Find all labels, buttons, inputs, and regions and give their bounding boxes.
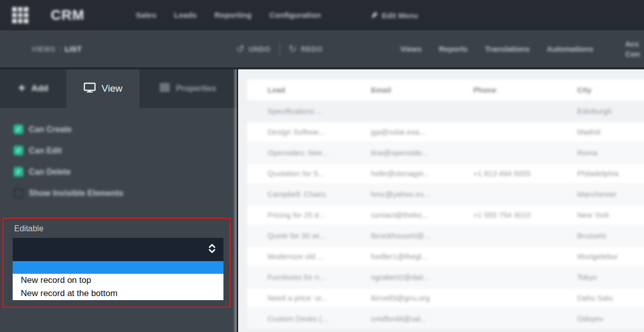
cell-phone[interactable] [453, 121, 557, 142]
tab-add[interactable]: + Add [0, 69, 66, 108]
cell-email[interactable]: tina@openside... [351, 142, 453, 163]
column-header-email[interactable]: Email [351, 79, 453, 101]
cell-phone[interactable] [453, 267, 557, 287]
cell-phone[interactable] [453, 142, 557, 163]
view-options-section: ✓Can Create✓Can Edit✓Can DeleteShow Invi… [0, 108, 237, 210]
cell-lead[interactable]: Campbell: Chairs [247, 184, 351, 204]
cell-city[interactable]: New York [557, 204, 644, 225]
topbar-menu-configuration[interactable]: Configuration [270, 11, 321, 20]
cell-phone[interactable] [453, 246, 557, 267]
table-row[interactable]: Campbell: Chairshmc@yahoo.ex...Mancheste… [247, 184, 644, 204]
toolbar-tab-reports[interactable]: Reports [439, 45, 468, 53]
chevron-right-icon: › [59, 45, 61, 53]
breadcrumb-list: LIST [65, 45, 82, 53]
app-brand[interactable]: CRM [51, 7, 85, 23]
toolbar-tabs: ViewsReportsTranslationsAutomations Acc … [400, 30, 644, 67]
cell-city[interactable]: Madrid [557, 121, 644, 142]
dropdown-option-0[interactable] [13, 261, 223, 274]
cell-phone[interactable]: +1 555 754 3010 [453, 204, 557, 225]
cell-phone[interactable] [453, 184, 557, 204]
cell-lead[interactable]: Pricing for 25 d... [247, 204, 351, 225]
checkbox[interactable]: ✓ [14, 146, 23, 155]
table-row[interactable]: Quotation for 5...helle@stonagei...+1 81… [247, 163, 644, 184]
breadcrumb-views[interactable]: VIEWS [31, 45, 56, 53]
table-row[interactable]: Specifications ...Edinburgh [247, 101, 644, 121]
cell-email[interactable]: fseiller1@thegl... [351, 246, 453, 267]
table-row[interactable]: Opensides: Nee...tina@openside...Roma [247, 142, 644, 163]
cell-city[interactable]: Roma [557, 142, 644, 163]
table-row[interactable]: Modernize old ...fseiller1@thegl...Wurig… [247, 246, 644, 267]
cell-city[interactable]: Tokyo [557, 267, 644, 287]
checkbox[interactable]: ✓ [14, 167, 23, 177]
undo-button[interactable]: ↺ UNDO [236, 44, 271, 54]
checkbox-label: Show Invisible Elements [29, 189, 124, 198]
tab-access-control-clipped[interactable]: Acc Con [625, 39, 640, 59]
cell-email[interactable]: credford4@sal... [351, 308, 453, 329]
table-row[interactable]: Custom Desks (...credford4@sal...Odoyev [247, 308, 644, 329]
table-row[interactable]: Quote for 35 wi...tbrockhouse0@...Brusse… [247, 225, 644, 246]
topbar-menu-reporting[interactable]: Reporting [214, 11, 251, 20]
table-row[interactable]: Furnitures for n...ngrabert2@dail...Toky… [247, 267, 644, 287]
editable-select[interactable] [13, 238, 223, 261]
tab-properties[interactable]: Properties [139, 69, 237, 108]
cell-email[interactable]: ikirvell3@gnu.org [351, 287, 453, 308]
cell-city[interactable]: Philadelphia [557, 163, 644, 184]
cell-city[interactable]: Manchester [557, 184, 644, 204]
cell-email[interactable]: jga@solar.exa... [351, 121, 453, 142]
tab-view-active[interactable]: View [66, 69, 139, 108]
cell-email[interactable] [351, 101, 453, 121]
cell-email[interactable]: contact@theko... [351, 204, 453, 225]
checkbox-row-show-invisible-elements: Show Invisible Elements [14, 188, 237, 198]
editable-label: Editable [14, 224, 230, 233]
cell-lead[interactable]: Quote for 35 wi... [247, 225, 351, 246]
cell-email[interactable]: tbrockhouse0@... [351, 225, 453, 246]
undo-redo-group: ↺ UNDO ↻ REDO [236, 30, 323, 67]
cell-lead[interactable]: Need a price: ur... [247, 287, 351, 308]
cell-phone[interactable] [453, 287, 557, 308]
toolbar-tab-automations[interactable]: Automations [547, 45, 593, 53]
column-header-lead[interactable]: Lead [247, 79, 351, 101]
redo-button[interactable]: ↻ REDO [289, 44, 323, 54]
cell-email[interactable]: ngrabert2@dail... [351, 267, 453, 287]
checkbox[interactable] [14, 188, 23, 198]
toolbar-tab-translations[interactable]: Translations [485, 45, 529, 53]
checkbox-row-can-edit: ✓Can Edit [14, 146, 237, 155]
apps-grid-icon[interactable] [12, 7, 28, 23]
topbar-menu-sales[interactable]: Sales [136, 11, 157, 20]
cell-phone[interactable] [453, 101, 557, 121]
topbar-menu: SalesLeadsReportingConfiguration [136, 0, 321, 30]
cell-lead[interactable]: Quotation for 5... [247, 163, 351, 184]
dropdown-option-1[interactable]: New record on top [13, 274, 223, 287]
edit-menu-button[interactable]: ✎ Edit Menu [371, 0, 418, 30]
topbar-menu-leads[interactable]: Leads [174, 11, 197, 20]
cell-city[interactable]: Brussels [557, 225, 644, 246]
cell-phone[interactable] [453, 308, 557, 329]
cell-lead[interactable]: Opensides: Nee... [247, 142, 351, 163]
undo-icon: ↺ [236, 44, 244, 54]
leads-table: LeadEmailPhoneCity Specifications ...Edi… [247, 79, 644, 329]
pencil-icon: ✎ [371, 11, 377, 20]
cell-lead[interactable]: Specifications ... [247, 101, 351, 121]
cell-city[interactable]: Odoyev [557, 308, 644, 329]
cell-city[interactable]: Dahu Satu [557, 287, 644, 308]
column-header-city[interactable]: City [557, 79, 644, 101]
cell-email[interactable]: helle@stonagei... [351, 163, 453, 184]
cell-lead[interactable]: Modernize old ... [247, 246, 351, 267]
table-row[interactable]: Design Softwar...jga@solar.exa...Madrid [247, 121, 644, 142]
cell-lead[interactable]: Custom Desks (... [247, 308, 351, 329]
cell-lead[interactable]: Furnitures for n... [247, 267, 351, 287]
redo-icon: ↻ [289, 44, 297, 54]
cell-city[interactable]: Edinburgh [557, 101, 644, 121]
sidebar-tabstrip: + Add View [0, 69, 237, 108]
cell-phone[interactable] [453, 225, 557, 246]
cell-lead[interactable]: Design Softwar... [247, 121, 351, 142]
toolbar-tab-views[interactable]: Views [400, 45, 422, 53]
cell-phone[interactable]: +1 813 494 5005 [453, 163, 557, 184]
table-row[interactable]: Need a price: ur...ikirvell3@gnu.orgDahu… [247, 287, 644, 308]
cell-city[interactable]: Wurigelebur [557, 246, 644, 267]
dropdown-option-2[interactable]: New record at the bottom [13, 287, 223, 300]
table-row[interactable]: Pricing for 25 d...contact@theko...+1 55… [247, 204, 644, 225]
column-header-phone[interactable]: Phone [453, 79, 557, 101]
cell-email[interactable]: hmc@yahoo.ex... [351, 184, 453, 204]
checkbox[interactable]: ✓ [14, 124, 23, 134]
